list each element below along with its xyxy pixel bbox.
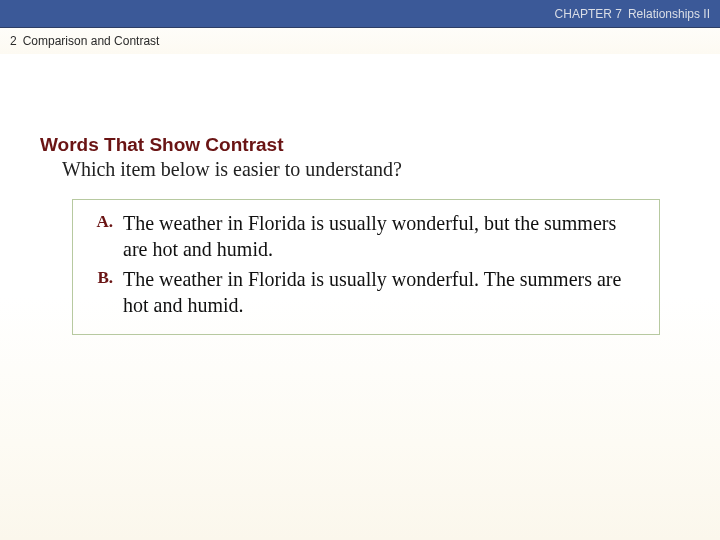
- chapter-number: CHAPTER 7: [555, 7, 622, 21]
- slide-content: Words That Show Contrast Which item belo…: [0, 54, 720, 540]
- option-row: A. The weather in Florida is usually won…: [87, 210, 645, 262]
- content-question: Which item below is easier to understand…: [62, 158, 680, 181]
- content-heading: Words That Show Contrast: [40, 134, 680, 156]
- chapter-title: Relationships II: [628, 7, 710, 21]
- chapter-header-bar: CHAPTER 7 Relationships II: [0, 0, 720, 28]
- option-text-b: The weather in Florida is usually wonder…: [123, 266, 645, 318]
- option-text-a: The weather in Florida is usually wonder…: [123, 210, 645, 262]
- section-topic: Comparison and Contrast: [23, 34, 160, 48]
- option-label-a: A.: [87, 210, 123, 232]
- option-label-b: B.: [87, 266, 123, 288]
- section-sub-bar: 2 Comparison and Contrast: [0, 28, 720, 54]
- options-box: A. The weather in Florida is usually won…: [72, 199, 660, 335]
- option-row: B. The weather in Florida is usually won…: [87, 266, 645, 318]
- section-number: 2: [10, 34, 17, 48]
